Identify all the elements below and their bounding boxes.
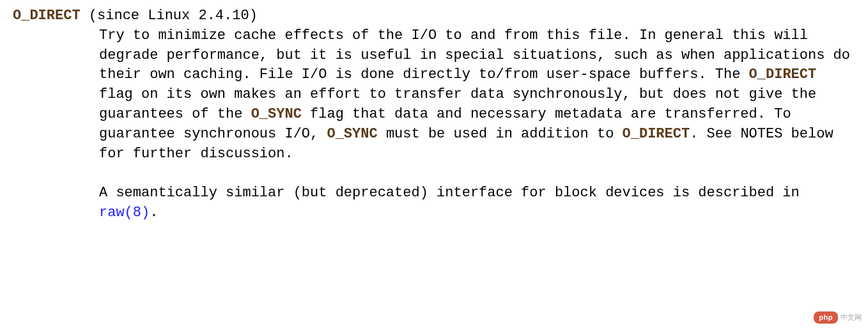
flag-name: O_DIRECT (13, 8, 81, 24)
inline-flag-o-direct: O_DIRECT (623, 126, 690, 142)
manpage-entry: O_DIRECT (since Linux 2.4.10) Try to min… (13, 6, 855, 223)
text: Try to minimize cache effects of the I/O… (99, 28, 850, 83)
inline-flag-o-sync: O_SYNC (251, 106, 302, 122)
paragraph: A semantically similar (but deprecated) … (99, 184, 855, 223)
text: A semantically similar (but deprecated) … (99, 185, 800, 201)
inline-flag-o-sync: O_SYNC (327, 126, 377, 142)
paragraph: Try to minimize cache effects of the I/O… (99, 26, 855, 164)
since-label: (since Linux 2.4.10) (81, 8, 258, 24)
xref-raw-8[interactable]: raw(8) (99, 205, 150, 221)
flag-description: Try to minimize cache effects of the I/O… (99, 26, 855, 223)
flag-header: O_DIRECT (since Linux 2.4.10) (13, 6, 855, 26)
text: . (150, 205, 158, 221)
inline-flag-o-direct: O_DIRECT (749, 67, 817, 82)
text: must be used in addition to (378, 126, 623, 142)
